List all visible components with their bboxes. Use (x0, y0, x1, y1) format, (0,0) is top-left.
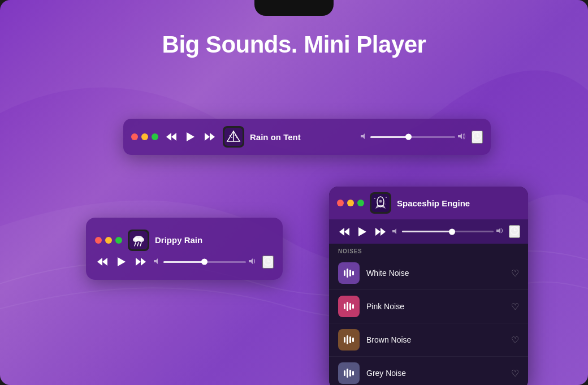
svg-marker-29 (154, 258, 158, 264)
fast-forward-button-drippy[interactable] (133, 257, 148, 267)
svg-point-11 (236, 137, 237, 138)
noise-icon-grey (338, 362, 360, 384)
svg-point-39 (386, 197, 387, 198)
svg-marker-12 (361, 133, 365, 139)
heart-icon[interactable]: ♡ (511, 301, 519, 312)
fast-forward-button-spaceship[interactable] (373, 227, 388, 237)
svg-rect-65 (349, 370, 351, 377)
noise-name: Pink Noise (366, 302, 504, 311)
svg-point-40 (384, 204, 386, 205)
svg-marker-46 (392, 228, 396, 234)
list-item[interactable]: Grey Noise ♡ (329, 357, 528, 385)
timer-button-drippy[interactable] (262, 256, 274, 269)
dot-green-spaceship[interactable] (357, 200, 364, 206)
svg-marker-3 (205, 133, 210, 141)
svg-marker-26 (118, 257, 126, 266)
svg-rect-57 (349, 303, 351, 310)
timer-button-rain-tent[interactable] (472, 131, 483, 144)
volume-group-spaceship (392, 227, 504, 236)
vol-low-icon (361, 133, 368, 141)
svg-point-10 (235, 135, 236, 136)
svg-marker-45 (381, 228, 386, 236)
dot-red-spaceship[interactable] (337, 200, 344, 206)
svg-point-9 (231, 137, 232, 138)
svg-rect-61 (349, 336, 351, 343)
noise-icon-white (338, 262, 360, 284)
vol-high-icon (458, 133, 466, 141)
svg-rect-66 (352, 371, 354, 375)
svg-marker-30 (249, 258, 253, 264)
svg-marker-43 (358, 227, 366, 236)
rewind-button-spaceship[interactable] (337, 227, 352, 237)
volume-group-drippy (154, 258, 257, 266)
traffic-lights-drippy (95, 237, 122, 244)
svg-marker-1 (166, 133, 171, 141)
dot-green-drippy[interactable] (115, 237, 122, 244)
drippy-controls-row (95, 256, 274, 269)
svg-point-8 (230, 135, 231, 136)
svg-marker-27 (136, 258, 141, 266)
list-item[interactable]: White Noise ♡ (329, 257, 528, 290)
heart-icon[interactable]: ♡ (511, 268, 519, 279)
svg-rect-63 (344, 370, 345, 376)
svg-rect-55 (344, 304, 345, 309)
fast-forward-button[interactable] (202, 132, 217, 142)
screen: Big Sounds. Mini Player (0, 0, 588, 385)
noise-name: Brown Noise (366, 335, 504, 344)
play-button-spaceship[interactable] (356, 226, 369, 237)
svg-marker-42 (339, 228, 344, 236)
spaceship-header: Spaceship Engine (329, 187, 528, 219)
vol-high-icon-drippy (249, 258, 257, 266)
svg-point-20 (139, 237, 144, 242)
svg-rect-56 (347, 302, 348, 311)
album-art-rain-tent (223, 126, 244, 148)
svg-marker-47 (496, 228, 500, 233)
noise-name: Grey Noise (366, 369, 504, 378)
rewind-button[interactable] (164, 132, 179, 142)
svg-rect-62 (352, 338, 354, 342)
dot-red-drippy[interactable] (95, 237, 102, 244)
rewind-button-drippy[interactable] (95, 257, 110, 267)
svg-marker-28 (141, 258, 146, 266)
volume-slider-rain-tent[interactable] (370, 136, 455, 138)
volume-slider-drippy[interactable] (163, 261, 246, 263)
player-spaceship: Spaceship Engine (329, 187, 528, 385)
svg-rect-54 (352, 271, 354, 275)
noises-label: NOISES (329, 244, 528, 257)
svg-marker-41 (344, 228, 349, 236)
dot-yellow-spaceship[interactable] (347, 200, 354, 206)
svg-point-37 (379, 200, 382, 203)
vol-high-icon-spaceship (496, 227, 504, 236)
heart-icon[interactable]: ♡ (511, 368, 519, 379)
noises-section: NOISES White Noise ♡ (329, 244, 528, 385)
dot-yellow[interactable] (141, 133, 148, 140)
dot-green[interactable] (152, 133, 158, 140)
heart-icon[interactable]: ♡ (511, 335, 519, 345)
player-rain-tent: Rain on Tent (123, 119, 491, 155)
traffic-lights-spaceship (337, 200, 364, 206)
svg-rect-60 (347, 335, 348, 344)
album-art-drippy (128, 230, 149, 251)
svg-marker-25 (97, 258, 102, 266)
volume-slider-spaceship[interactable] (402, 231, 494, 232)
timer-button-spaceship[interactable] (509, 225, 520, 238)
svg-rect-52 (347, 269, 348, 278)
list-item[interactable]: Pink Noise ♡ (329, 290, 528, 323)
dot-red[interactable] (131, 133, 138, 140)
svg-rect-59 (344, 337, 345, 343)
noise-icon-brown (338, 329, 360, 351)
list-item[interactable]: Brown Noise ♡ (329, 323, 528, 357)
svg-marker-13 (458, 133, 462, 139)
dot-yellow-drippy[interactable] (105, 237, 112, 244)
play-button-drippy[interactable] (115, 256, 128, 267)
player-drippy: Drippy Rain (86, 218, 283, 280)
svg-marker-24 (102, 258, 107, 266)
traffic-lights-rain-tent (131, 133, 158, 140)
noise-icon-pink (338, 296, 360, 317)
page-title: Big Sounds. Mini Player (0, 31, 588, 58)
svg-rect-58 (352, 304, 354, 309)
track-name-drippy: Drippy Rain (155, 235, 274, 245)
svg-rect-51 (344, 270, 345, 276)
play-button[interactable] (184, 131, 197, 142)
svg-point-38 (374, 198, 375, 199)
